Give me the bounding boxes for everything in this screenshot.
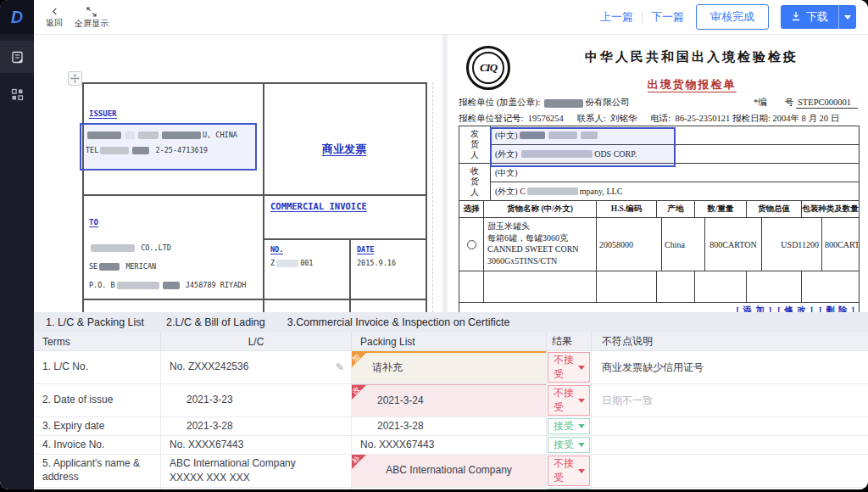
result-select[interactable]: 不接受 <box>548 352 590 383</box>
packing-list-cell: 2021-3-28 <box>352 417 547 436</box>
result-select[interactable]: 不接受 <box>548 456 590 486</box>
lc-cell: ABC International CompanyXXXXX XXX XXX <box>161 455 352 488</box>
download-label: 下载 <box>806 9 828 25</box>
back-button[interactable]: 返回 <box>46 7 63 27</box>
tab-3[interactable]: 3.Commercial Invoice & Inspection on Cer… <box>287 316 510 328</box>
result-select[interactable]: 接受 <box>548 489 590 489</box>
move-handle[interactable] <box>68 71 82 86</box>
tel-value: 2-25-4713619 <box>155 146 207 154</box>
certificate-reg-line: 报检单位登记号: 19576254 联系人: 刘铭华 电话: 86-25-235… <box>459 113 858 125</box>
to-line-2: SE MERICAN <box>89 262 156 271</box>
header-result: 结果 <box>547 333 592 351</box>
consignor-label: 发货人 <box>470 129 481 161</box>
chevron-down-icon <box>844 15 851 20</box>
redacted-text <box>163 282 180 289</box>
pager: 上一篇 下一篇 <box>600 9 684 25</box>
fullscreen-button[interactable]: 全屏显示 <box>75 7 108 28</box>
chevron-down-icon <box>578 399 585 403</box>
lc-cell: 2021-3-28 <box>161 417 352 436</box>
goods-name-lines: 甜玉米罐头每箱6罐，每罐3060克CANNED SWEET CORN3060Gx… <box>484 218 582 269</box>
topbar: 返回 全屏显示 上一篇 下一篇 审核完成 下载 <box>34 0 868 35</box>
chevron-down-icon <box>578 366 585 370</box>
app-window: D 返回 全屏显示 上一篇 下一篇 <box>0 0 868 489</box>
document-viewer: ISSUER U, CHINA TEL 2-25-4713619 商业发票 CO… <box>34 34 868 312</box>
chevron-down-icon <box>578 424 585 428</box>
invoice-no-field: NO. Z001 <box>270 245 313 267</box>
goods-data-row: 甜玉米罐头每箱6罐，每罐3060克CANNED SWEET CORN3060Gx… <box>459 218 859 271</box>
certificate-unit-line: 报检单位 (加盖公章): 份有限公司 *编 号 STEPC000001 <box>459 97 858 109</box>
header-terms: Terms <box>34 333 161 351</box>
to-line-1: CO.,LTD <box>89 243 171 252</box>
edit-icon[interactable]: ✎ <box>336 361 344 373</box>
fullscreen-label: 全屏显示 <box>75 20 108 28</box>
sidebar-item-apps[interactable] <box>0 78 34 110</box>
sidebar: D <box>0 0 34 489</box>
result-label: 接受 <box>554 419 574 433</box>
certificate-links-row: [ 添 加 ][ 修 改 ][ 删 除 ] <box>459 303 859 312</box>
lc-value: 2021-3-28 <box>186 419 233 433</box>
header-packing-list: Packing List <box>352 333 547 351</box>
terms-cell: 6. Currency code & amount <box>34 488 161 489</box>
result-cell: 接受 <box>547 436 592 455</box>
sidebar-item-documents[interactable] <box>0 41 34 73</box>
comparison-panel: 1. L/C & Packing List2.L/C & Bill of Lad… <box>34 312 868 489</box>
result-cell: 不接受 <box>547 351 592 384</box>
goods-name-cell: 甜玉米罐头每箱6罐，每罐3060克CANNED SWEET CORN3060Gx… <box>484 218 597 271</box>
grid-icon <box>11 88 24 101</box>
radio-button[interactable] <box>467 240 476 249</box>
goods-empty-row <box>459 271 859 303</box>
add-link[interactable]: [ 添 加 ] <box>736 305 772 312</box>
download-dropdown-button[interactable] <box>838 5 856 29</box>
app-logo: D <box>0 0 34 34</box>
modify-link[interactable]: [ 修 改 ] <box>777 305 814 312</box>
to-label: TO <box>89 218 98 227</box>
document-icon <box>11 51 24 64</box>
goods-empty-cell <box>802 271 859 302</box>
goods-header-cell: 选择 <box>459 201 484 217</box>
result-select[interactable]: 接受 <box>548 437 590 453</box>
packing-list-cell: 补ABC International Company <box>352 455 547 488</box>
lc-cell: No. XXXX67443 <box>161 436 352 455</box>
next-doc-link[interactable]: 下一篇 <box>651 9 684 25</box>
result-select[interactable]: 接受 <box>548 418 590 434</box>
goods-header-cell: H.S.编码 <box>597 201 657 217</box>
download-button[interactable]: 下载 <box>781 5 838 29</box>
tel-label: TEL <box>86 146 98 154</box>
consignor-highlight-box[interactable] <box>490 127 676 167</box>
packing-list-value: 2021-3-28 <box>377 419 424 433</box>
change-badge: 加 <box>352 353 366 367</box>
review-complete-button[interactable]: 审核完成 <box>696 4 769 30</box>
note-cell <box>592 436 868 455</box>
comparison-tabbar: 1. L/C & Packing List2.L/C & Bill of Lad… <box>34 312 868 333</box>
tab-1[interactable]: 1. L/C & Packing List <box>46 316 144 328</box>
goods-select-cell <box>459 218 484 271</box>
to-line-3: P.O. B J458789 RIYADH <box>89 281 247 289</box>
result-cell: 接受 <box>547 417 592 436</box>
issuer-label: ISSUER <box>89 109 117 119</box>
delete-link[interactable]: [ 删 除 ] <box>819 305 855 312</box>
note-cell <box>592 455 868 488</box>
commercial-invoice-document: ISSUER U, CHINA TEL 2-25-4713619 商业发票 CO… <box>82 82 427 312</box>
note-cell: 商业发票缺少信用证号 <box>592 351 868 384</box>
prev-doc-link[interactable]: 上一篇 <box>600 9 633 25</box>
comparison-table-body: 1. L/C No.No. ZXXX242536✎加请补充不接受商业发票缺少信用… <box>34 351 868 489</box>
header-lc: L/C <box>161 333 352 351</box>
result-select[interactable]: 不接受 <box>548 385 590 416</box>
goods-header-cell: 货物总值 <box>747 201 802 217</box>
change-badge: 改 <box>352 385 366 400</box>
download-icon <box>791 11 801 24</box>
issuer-highlight-box[interactable]: U, CHINA TEL 2-25-4713619 <box>80 123 257 171</box>
tab-2[interactable]: 2.L/C & Bill of Lading <box>166 316 265 328</box>
note-cell: 日期不一致 <box>592 384 868 417</box>
fullscreen-icon <box>86 7 97 17</box>
redacted-text <box>99 263 120 271</box>
packing-list-value: No. XXXX67443 <box>360 438 434 452</box>
terms-cell: 3. Expiry date <box>34 417 161 436</box>
certificate-number: STEPC000001 <box>796 98 858 109</box>
chevron-down-icon <box>578 443 585 447</box>
logo-d-icon: D <box>11 8 23 27</box>
goods-qty-cell: 800CARTON <box>705 218 762 271</box>
table-row: 3. Expiry date2021-3-282021-3-28接受 <box>34 417 868 436</box>
redacted-text <box>125 131 135 139</box>
left-document-pane: ISSUER U, CHINA TEL 2-25-4713619 商业发票 CO… <box>34 34 442 312</box>
